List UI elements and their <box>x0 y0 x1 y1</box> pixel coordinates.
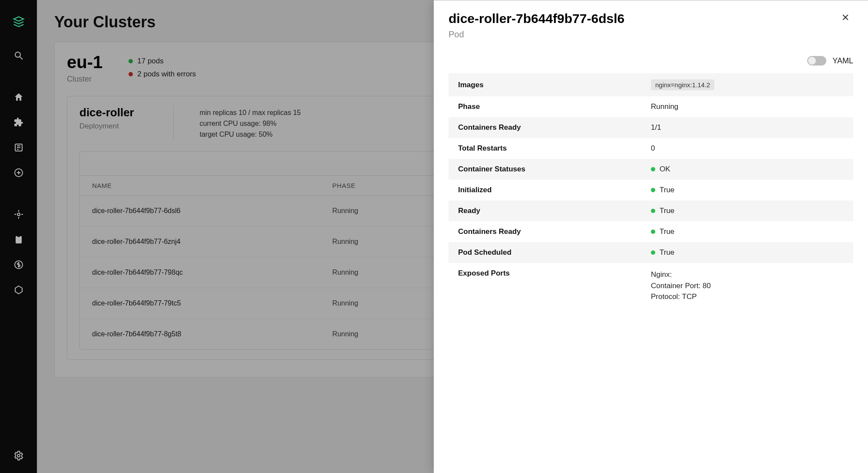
library-icon[interactable] <box>9 138 28 157</box>
image-chip: nginx=nginx:1.14.2 <box>651 79 714 90</box>
billing-icon[interactable] <box>9 255 28 274</box>
detail-row-pod-scheduled: Pod Scheduled True <box>449 242 853 263</box>
svg-rect-15 <box>17 235 20 237</box>
settings-icon[interactable] <box>9 446 28 465</box>
detail-row-exposed-ports: Exposed Ports Nginx: Container Port: 80 … <box>449 263 853 309</box>
pod-detail-drawer: dice-roller-7b644f9b77-6dsl6 Pod YAML Im… <box>434 0 868 473</box>
detail-row-phase: Phase Running <box>449 96 853 117</box>
detail-rows: Images nginx=nginx:1.14.2 Phase Running … <box>449 73 853 309</box>
extensions-icon[interactable] <box>9 113 28 132</box>
detail-row-container-statuses: Container Statuses OK <box>449 159 853 180</box>
clipboard-icon[interactable] <box>9 230 28 249</box>
status-dot-green-icon <box>651 209 655 213</box>
search-icon[interactable] <box>9 46 28 65</box>
logo-icon[interactable] <box>9 12 28 31</box>
status-dot-green-icon <box>651 250 655 255</box>
svg-line-1 <box>20 57 23 59</box>
drawer-title: dice-roller-7b644f9b77-6dsl6 <box>449 11 624 26</box>
drawer-subtitle: Pod <box>449 30 624 39</box>
sidebar <box>0 0 37 473</box>
svg-point-0 <box>15 52 20 57</box>
svg-rect-14 <box>16 236 22 243</box>
yaml-label: YAML <box>832 56 853 66</box>
yaml-toggle[interactable] <box>807 56 826 66</box>
close-button[interactable] <box>838 11 853 25</box>
status-dot-green-icon <box>651 230 655 234</box>
svg-point-19 <box>17 454 20 457</box>
status-dot-green-icon <box>651 188 655 192</box>
detail-row-containers-ready-bool: Containers Ready True <box>449 221 853 242</box>
add-icon[interactable] <box>9 163 28 182</box>
detail-row-total-restarts: Total Restarts 0 <box>449 138 853 159</box>
graph-icon[interactable] <box>9 280 28 299</box>
home-icon[interactable] <box>9 88 28 107</box>
detail-row-ready: Ready True <box>449 200 853 221</box>
svg-point-9 <box>17 213 20 216</box>
detail-row-images: Images nginx=nginx:1.14.2 <box>449 73 853 96</box>
detail-row-initialized: Initialized True <box>449 180 853 200</box>
detail-row-containers-ready: Containers Ready 1/1 <box>449 117 853 138</box>
svg-marker-18 <box>15 286 22 294</box>
target-icon[interactable] <box>9 205 28 224</box>
status-dot-green-icon <box>651 167 655 171</box>
